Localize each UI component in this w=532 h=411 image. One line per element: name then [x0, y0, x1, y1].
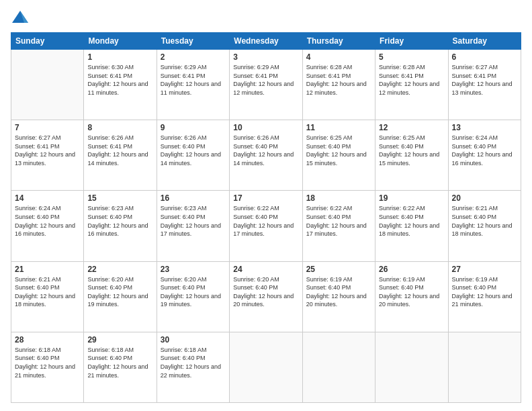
day-cell: 18Sunrise: 6:22 AMSunset: 6:40 PMDayligh…: [302, 191, 375, 261]
day-info: Sunrise: 6:20 AMSunset: 6:40 PMDaylight:…: [233, 275, 298, 309]
day-cell: 4Sunrise: 6:28 AMSunset: 6:41 PMDaylight…: [302, 50, 375, 120]
day-number: 16: [161, 193, 226, 203]
day-info: Sunrise: 6:22 AMSunset: 6:40 PMDaylight:…: [379, 204, 444, 238]
day-cell: 11Sunrise: 6:25 AMSunset: 6:40 PMDayligh…: [302, 120, 375, 191]
day-cell: 3Sunrise: 6:29 AMSunset: 6:41 PMDaylight…: [230, 50, 302, 120]
day-cell: 17Sunrise: 6:22 AMSunset: 6:40 PMDayligh…: [230, 191, 302, 261]
week-row-2: 14Sunrise: 6:24 AMSunset: 6:40 PMDayligh…: [11, 191, 521, 261]
day-number: 14: [15, 193, 80, 203]
day-cell: 22Sunrise: 6:20 AMSunset: 6:40 PMDayligh…: [84, 261, 157, 332]
day-info: Sunrise: 6:27 AMSunset: 6:41 PMDaylight:…: [452, 63, 517, 97]
day-number: 29: [87, 335, 152, 345]
day-cell: 27Sunrise: 6:19 AMSunset: 6:40 PMDayligh…: [448, 261, 521, 332]
day-info: Sunrise: 6:18 AMSunset: 6:40 PMDaylight:…: [161, 346, 226, 379]
day-cell: 23Sunrise: 6:20 AMSunset: 6:40 PMDayligh…: [157, 261, 229, 332]
day-cell: [375, 332, 448, 402]
day-number: 15: [87, 193, 152, 203]
day-cell: 7Sunrise: 6:27 AMSunset: 6:41 PMDaylight…: [11, 120, 84, 191]
day-cell: 10Sunrise: 6:26 AMSunset: 6:40 PMDayligh…: [230, 120, 302, 191]
day-info: Sunrise: 6:30 AMSunset: 6:41 PMDaylight:…: [87, 63, 152, 97]
day-number: 5: [379, 52, 444, 62]
header-cell-thursday: Thursday: [302, 33, 375, 50]
day-number: 11: [306, 123, 371, 132]
day-cell: 1Sunrise: 6:30 AMSunset: 6:41 PMDaylight…: [84, 50, 157, 120]
day-cell: 8Sunrise: 6:26 AMSunset: 6:41 PMDaylight…: [84, 120, 157, 191]
day-number: 17: [233, 193, 298, 203]
day-number: 21: [15, 265, 80, 274]
day-number: 6: [452, 52, 517, 62]
day-info: Sunrise: 6:28 AMSunset: 6:41 PMDaylight:…: [379, 63, 444, 97]
day-number: 10: [233, 123, 298, 132]
week-row-0: 1Sunrise: 6:30 AMSunset: 6:41 PMDaylight…: [11, 50, 521, 120]
day-info: Sunrise: 6:22 AMSunset: 6:40 PMDaylight:…: [306, 204, 371, 238]
day-cell: 25Sunrise: 6:19 AMSunset: 6:40 PMDayligh…: [302, 261, 375, 332]
day-number: 28: [15, 335, 80, 345]
day-info: Sunrise: 6:27 AMSunset: 6:41 PMDaylight:…: [15, 134, 80, 167]
day-cell: [230, 332, 302, 402]
page: SundayMondayTuesdayWednesdayThursdayFrid…: [0, 0, 532, 411]
day-number: 27: [452, 265, 517, 274]
header-row: SundayMondayTuesdayWednesdayThursdayFrid…: [11, 33, 521, 50]
header-cell-tuesday: Tuesday: [157, 33, 229, 50]
day-number: 18: [306, 193, 371, 203]
day-info: Sunrise: 6:26 AMSunset: 6:41 PMDaylight:…: [87, 134, 152, 167]
day-info: Sunrise: 6:25 AMSunset: 6:40 PMDaylight:…: [306, 134, 371, 167]
day-info: Sunrise: 6:20 AMSunset: 6:40 PMDaylight:…: [161, 275, 226, 309]
day-info: Sunrise: 6:22 AMSunset: 6:40 PMDaylight:…: [233, 204, 298, 238]
day-number: 24: [233, 265, 298, 274]
day-info: Sunrise: 6:23 AMSunset: 6:40 PMDaylight:…: [87, 204, 152, 238]
day-cell: 16Sunrise: 6:23 AMSunset: 6:40 PMDayligh…: [157, 191, 229, 261]
day-info: Sunrise: 6:23 AMSunset: 6:40 PMDaylight:…: [161, 204, 226, 238]
day-cell: 20Sunrise: 6:21 AMSunset: 6:40 PMDayligh…: [448, 191, 521, 261]
day-cell: 5Sunrise: 6:28 AMSunset: 6:41 PMDaylight…: [375, 50, 448, 120]
day-cell: [448, 332, 521, 402]
header: [11, 8, 521, 27]
day-info: Sunrise: 6:21 AMSunset: 6:40 PMDaylight:…: [452, 204, 517, 238]
day-number: 26: [379, 265, 444, 274]
day-cell: 28Sunrise: 6:18 AMSunset: 6:40 PMDayligh…: [11, 332, 84, 402]
logo-icon: [11, 8, 30, 27]
header-cell-saturday: Saturday: [448, 33, 521, 50]
day-number: 7: [15, 123, 80, 132]
day-number: 2: [161, 52, 226, 62]
day-info: Sunrise: 6:19 AMSunset: 6:40 PMDaylight:…: [379, 275, 444, 309]
day-number: 8: [87, 123, 152, 132]
logo: [11, 8, 32, 27]
day-cell: 9Sunrise: 6:26 AMSunset: 6:40 PMDaylight…: [157, 120, 229, 191]
day-number: 4: [306, 52, 371, 62]
day-info: Sunrise: 6:18 AMSunset: 6:40 PMDaylight:…: [15, 346, 80, 379]
day-number: 23: [161, 265, 226, 274]
day-cell: 30Sunrise: 6:18 AMSunset: 6:40 PMDayligh…: [157, 332, 229, 402]
day-number: 25: [306, 265, 371, 274]
day-info: Sunrise: 6:25 AMSunset: 6:40 PMDaylight:…: [379, 134, 444, 167]
header-cell-monday: Monday: [84, 33, 157, 50]
day-number: 19: [379, 193, 444, 203]
week-row-3: 21Sunrise: 6:21 AMSunset: 6:40 PMDayligh…: [11, 261, 521, 332]
day-cell: 12Sunrise: 6:25 AMSunset: 6:40 PMDayligh…: [375, 120, 448, 191]
day-info: Sunrise: 6:20 AMSunset: 6:40 PMDaylight:…: [87, 275, 152, 309]
day-cell: 29Sunrise: 6:18 AMSunset: 6:40 PMDayligh…: [84, 332, 157, 402]
calendar-table: SundayMondayTuesdayWednesdayThursdayFrid…: [11, 32, 521, 403]
day-number: 9: [161, 123, 226, 132]
day-number: 20: [452, 193, 517, 203]
day-number: 3: [233, 52, 298, 62]
day-info: Sunrise: 6:26 AMSunset: 6:40 PMDaylight:…: [233, 134, 298, 167]
header-cell-friday: Friday: [375, 33, 448, 50]
day-number: 1: [87, 52, 152, 62]
header-cell-sunday: Sunday: [11, 33, 84, 50]
day-cell: 13Sunrise: 6:24 AMSunset: 6:40 PMDayligh…: [448, 120, 521, 191]
day-info: Sunrise: 6:18 AMSunset: 6:40 PMDaylight:…: [87, 346, 152, 379]
day-info: Sunrise: 6:19 AMSunset: 6:40 PMDaylight:…: [452, 275, 517, 309]
day-number: 30: [161, 335, 226, 345]
day-cell: 14Sunrise: 6:24 AMSunset: 6:40 PMDayligh…: [11, 191, 84, 261]
day-info: Sunrise: 6:28 AMSunset: 6:41 PMDaylight:…: [306, 63, 371, 97]
day-info: Sunrise: 6:24 AMSunset: 6:40 PMDaylight:…: [15, 204, 80, 238]
day-cell: 26Sunrise: 6:19 AMSunset: 6:40 PMDayligh…: [375, 261, 448, 332]
day-info: Sunrise: 6:19 AMSunset: 6:40 PMDaylight:…: [306, 275, 371, 309]
day-cell: 6Sunrise: 6:27 AMSunset: 6:41 PMDaylight…: [448, 50, 521, 120]
day-number: 12: [379, 123, 444, 132]
week-row-1: 7Sunrise: 6:27 AMSunset: 6:41 PMDaylight…: [11, 120, 521, 191]
day-cell: 19Sunrise: 6:22 AMSunset: 6:40 PMDayligh…: [375, 191, 448, 261]
day-number: 13: [452, 123, 517, 132]
header-cell-wednesday: Wednesday: [230, 33, 302, 50]
